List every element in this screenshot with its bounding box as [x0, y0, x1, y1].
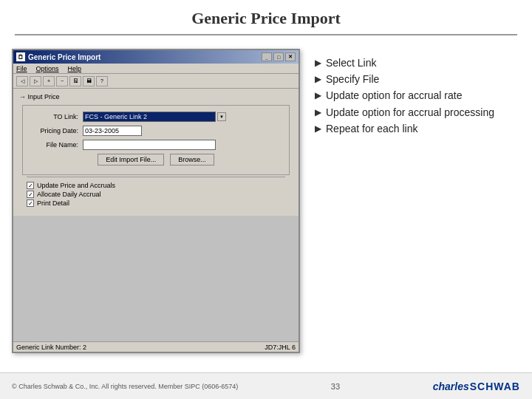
menu-options[interactable]: Options: [36, 65, 59, 72]
file-name-label: File Name:: [30, 141, 78, 149]
toolbar-btn-4[interactable]: −: [56, 76, 68, 86]
footer: © Charles Schwab & Co., Inc. All rights …: [0, 372, 532, 399]
toolbar-btn-1[interactable]: ◁: [16, 76, 28, 86]
checkbox-section: ✓ Update Price and Accruals ✓ Allocate D…: [27, 182, 285, 207]
arrow-icon: →: [19, 93, 26, 100]
page-title: Generic Price Import: [15, 0, 517, 35]
toolbar: ◁ ▷ + − 🖫 🖬 ?: [13, 74, 299, 89]
checkbox-label-1: Update Price and Accruals: [37, 182, 115, 189]
to-link-label: TO Link:: [30, 113, 78, 120]
logo-charles: charles: [433, 381, 469, 392]
to-link-input[interactable]: [83, 112, 216, 122]
toolbar-btn-6[interactable]: 🖬: [83, 76, 95, 86]
pricing-date-label: Pricing Date:: [30, 127, 78, 134]
bullet-arrow-5: ▶: [315, 123, 321, 135]
bullet-arrow-1: ▶: [315, 58, 321, 69]
pricing-date-input[interactable]: [83, 126, 142, 136]
status-right: JD7:JHL 6: [265, 344, 296, 351]
bullet-text-4: Update option for accrual processing: [326, 106, 494, 119]
checkbox-1[interactable]: ✓: [27, 182, 34, 189]
maximize-button[interactable]: □: [273, 52, 284, 61]
input-price-label: Input Price: [28, 93, 60, 100]
minimize-button[interactable]: _: [262, 52, 272, 61]
file-name-row: File Name:: [30, 140, 282, 150]
bullet-list: ▶ Select Link ▶ Specify File ▶ Update op…: [307, 49, 520, 353]
file-name-input[interactable]: [83, 140, 216, 150]
title-bar-icon: 🗒: [16, 52, 25, 61]
checkbox-row-1: ✓ Update Price and Accruals: [27, 182, 285, 189]
status-bar: Generic Link Number: 2 JD7:JHL 6: [13, 341, 299, 352]
bullet-text-5: Repeat for each link: [326, 122, 418, 135]
logo-schwab: SCHWAB: [470, 381, 520, 392]
close-button[interactable]: ✕: [285, 52, 296, 61]
menu-bar: File Options Help: [13, 64, 299, 74]
input-price-row: → Input Price: [19, 93, 293, 100]
pricing-date-row: Pricing Date:: [30, 126, 282, 136]
toolbar-btn-2[interactable]: ▷: [30, 76, 41, 86]
browse-button[interactable]: Browse...: [170, 154, 214, 166]
toolbar-btn-7[interactable]: ?: [96, 76, 108, 86]
bullet-item-4: ▶ Update option for accrual processing: [315, 106, 520, 119]
footer-logo: charles SCHWAB: [433, 381, 520, 392]
checkbox-2[interactable]: ✓: [27, 191, 34, 198]
bullet-item-3: ▶ Update option for accrual rate: [315, 89, 520, 102]
bullet-item-5: ▶ Repeat for each link: [315, 122, 520, 135]
form-buttons: Edit Import File... Browse...: [30, 154, 282, 166]
toolbar-btn-3[interactable]: +: [43, 76, 55, 86]
checkbox-3[interactable]: ✓: [27, 200, 34, 207]
to-link-row: TO Link: ▼: [30, 112, 282, 122]
checkbox-row-2: ✓ Allocate Daily Accrual: [27, 191, 285, 198]
checkbox-label-3: Print Detail: [37, 200, 69, 207]
footer-page-number: 33: [331, 382, 340, 391]
bullet-text-3: Update option for accrual rate: [326, 89, 462, 102]
dialog-body: → Input Price TO Link: ▼ Pricing Date:: [13, 89, 299, 216]
checkbox-row-3: ✓ Print Detail: [27, 200, 285, 207]
bullet-text-1: Select Link: [326, 56, 376, 69]
menu-file[interactable]: File: [16, 65, 27, 72]
bullet-arrow-2: ▶: [315, 74, 321, 86]
bullet-arrow-4: ▶: [315, 107, 321, 119]
status-left: Generic Link Number: 2: [16, 344, 86, 351]
title-bar-text: Generic Price Import: [28, 53, 100, 61]
bullet-text-2: Specify File: [326, 72, 379, 86]
bullet-arrow-3: ▶: [315, 90, 321, 102]
bullet-item-2: ▶ Specify File: [315, 72, 520, 86]
title-bar: 🗒 Generic Price Import _ □ ✕: [13, 50, 299, 64]
checkbox-label-2: Allocate Daily Accrual: [37, 191, 101, 198]
dialog-window: 🗒 Generic Price Import _ □ ✕ File Option…: [12, 49, 300, 353]
to-link-dropdown[interactable]: ▼: [217, 112, 226, 121]
toolbar-btn-5[interactable]: 🖫: [69, 76, 81, 86]
bullet-item-1: ▶ Select Link: [315, 56, 520, 69]
footer-copyright: © Charles Schwab & Co., Inc. All rights …: [12, 383, 238, 390]
form-panel: TO Link: ▼ Pricing Date: File Name: Edit…: [22, 105, 290, 175]
edit-import-button[interactable]: Edit Import File...: [98, 154, 164, 166]
menu-help[interactable]: Help: [68, 65, 82, 72]
